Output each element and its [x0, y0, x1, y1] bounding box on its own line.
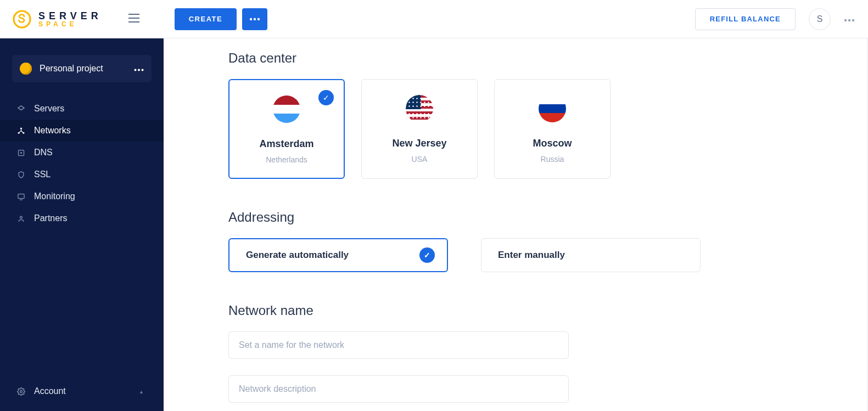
chevron-up-icon: ▴: [140, 389, 143, 395]
sidebar: Personal project ServersNetworksDNSSSLMo…: [0, 38, 164, 411]
main-content: Data center ✓AmsterdamNetherlands✓New Je…: [164, 38, 868, 411]
brand-name-bottom: SPACE: [38, 21, 102, 27]
sidebar-item-label: Networks: [34, 126, 71, 136]
sidebar-item-partners[interactable]: Partners: [0, 207, 164, 229]
datacenter-city: Amsterdam: [259, 138, 313, 150]
sidebar-toggle-button[interactable]: [128, 14, 139, 25]
sidebar-item-label: DNS: [34, 148, 53, 157]
check-icon: ✓: [318, 90, 334, 105]
sidebar-item-label: Partners: [34, 213, 67, 223]
dns-icon: [16, 149, 25, 157]
addressing-title: Addressing: [228, 210, 821, 225]
create-button[interactable]: CREATE: [175, 8, 237, 30]
sidebar-item-label: Monitoring: [34, 192, 75, 201]
datacenter-country: USA: [412, 155, 428, 164]
datacenter-title: Data center: [228, 50, 821, 66]
datacenter-country: Netherlands: [266, 155, 307, 164]
sidebar-item-account[interactable]: Account ▴: [0, 380, 164, 402]
network-name-input[interactable]: [228, 331, 569, 359]
hamburger-icon: [128, 14, 139, 22]
project-avatar-icon: [20, 63, 32, 75]
datacenter-city: New Jersey: [392, 138, 446, 149]
svg-point-8: [138, 69, 140, 71]
project-more-button[interactable]: [134, 64, 144, 74]
check-icon: ✓: [419, 247, 435, 263]
brand-name-top: SERVER: [38, 11, 102, 21]
svg-point-17: [20, 390, 22, 392]
project-selector[interactable]: Personal project: [12, 55, 152, 82]
svg-point-5: [848, 19, 850, 21]
svg-point-7: [135, 69, 137, 71]
sidebar-item-servers[interactable]: Servers: [0, 98, 164, 120]
partners-icon: [16, 215, 25, 223]
sidebar-item-label: SSL: [34, 170, 51, 179]
ssl-icon: [16, 171, 25, 179]
sidebar-item-label: Account: [34, 386, 66, 396]
svg-point-3: [257, 18, 260, 20]
svg-point-10: [20, 127, 21, 129]
flag-us-icon: [406, 95, 433, 122]
svg-rect-15: [18, 194, 24, 198]
project-name: Personal project: [40, 64, 134, 74]
svg-point-2: [254, 18, 256, 20]
refill-balance-button[interactable]: REFILL BALANCE: [695, 8, 796, 30]
addressing-option-manual[interactable]: Enter manually✓: [481, 238, 701, 272]
datacenter-card-new-jersey[interactable]: ✓New JerseyUSA: [361, 79, 478, 179]
sidebar-item-networks[interactable]: Networks: [0, 120, 164, 142]
gear-icon: [16, 387, 25, 396]
monitoring-icon: [16, 193, 25, 201]
sidebar-item-monitoring[interactable]: Monitoring: [0, 185, 164, 207]
svg-point-0: [14, 11, 30, 27]
dots-horizontal-icon: [249, 18, 260, 21]
brand-logo-icon: [12, 9, 32, 29]
sidebar-item-dns[interactable]: DNS: [0, 142, 164, 164]
create-more-button[interactable]: [242, 8, 267, 30]
svg-point-1: [250, 18, 252, 20]
dots-horizontal-icon: [844, 19, 855, 22]
network-description-input[interactable]: [228, 375, 569, 403]
network-name-title: Network name: [228, 303, 821, 318]
datacenter-city: Moscow: [533, 138, 572, 149]
sidebar-item-ssl[interactable]: SSL: [0, 164, 164, 185]
addressing-option-label: Enter manually: [498, 250, 565, 261]
sidebar-nav: ServersNetworksDNSSSLMonitoringPartners: [0, 98, 164, 229]
networks-icon: [16, 127, 25, 135]
sidebar-item-label: Servers: [34, 104, 64, 114]
flag-nl-icon: [273, 95, 300, 123]
brand-logo[interactable]: SERVER SPACE: [12, 9, 102, 29]
flag-ru-icon: [539, 95, 566, 122]
servers-icon: [16, 105, 25, 113]
svg-point-6: [852, 19, 854, 21]
svg-point-4: [844, 19, 847, 21]
addressing-row: Generate automatically✓Enter manually✓: [228, 238, 821, 272]
svg-point-16: [20, 216, 22, 218]
datacenter-country: Russia: [541, 155, 564, 164]
datacenter-card-amsterdam[interactable]: ✓AmsterdamNetherlands: [228, 79, 345, 179]
topbar-more-button[interactable]: [844, 14, 855, 24]
addressing-option-label: Generate automatically: [246, 250, 349, 261]
svg-point-9: [142, 69, 144, 71]
topbar: SERVER SPACE CREATE REFILL BALANCE S: [0, 0, 868, 38]
datacenter-row: ✓AmsterdamNetherlands✓New JerseyUSA✓Mosc…: [228, 79, 821, 179]
svg-point-14: [20, 152, 21, 153]
datacenter-card-moscow[interactable]: ✓MoscowRussia: [494, 79, 611, 179]
addressing-option-auto[interactable]: Generate automatically✓: [228, 238, 448, 272]
user-avatar[interactable]: S: [809, 8, 831, 30]
